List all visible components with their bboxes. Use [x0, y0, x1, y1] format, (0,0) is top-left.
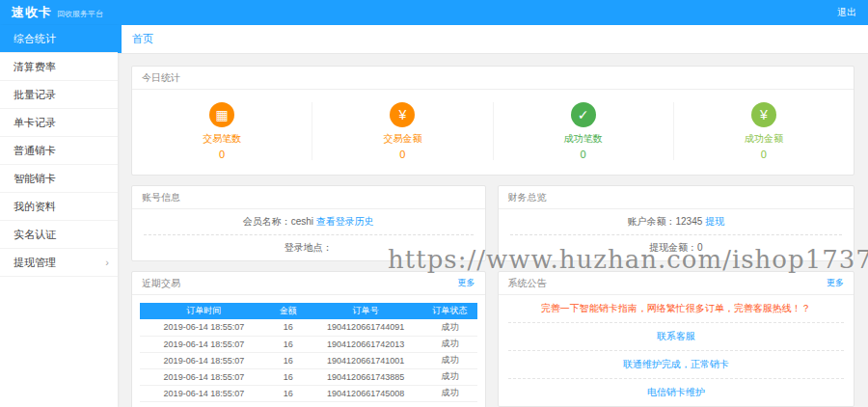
stat-value: 0 [132, 149, 312, 160]
sidebar: 综合统计 清算费率 批量记录 单卡记录 普通销卡 智能销卡 我的资料 实名认证 … [0, 25, 118, 407]
sidebar-item-normal-sale[interactable]: 普通销卡 [0, 137, 118, 165]
list-item[interactable]: 联系客服 [508, 323, 845, 351]
announcements-card: 系统公告 更多 完善一下智能销卡指南，网络繁忙很多订单，完善客服热线！？ 联系客… [498, 271, 855, 407]
yuan-icon: ¥ [390, 102, 415, 127]
sidebar-item-realname[interactable]: 实名认证 [0, 221, 118, 249]
transactions-header: 近期交易 更多 [132, 272, 485, 295]
cell-time: 2019-06-14 18:55:07 [140, 352, 268, 368]
account-info-card: 账号信息 会员名称：ceshi 查看登录历史 登录地点： [131, 185, 486, 261]
card-title: 财务总览 [508, 191, 547, 204]
chevron-right-icon: › [105, 249, 109, 277]
info-row: 账号信息 会员名称：ceshi 查看登录历史 登录地点： 财务总览 [131, 185, 854, 261]
sidebar-item-smart-sale[interactable]: 智能销卡 [0, 165, 118, 193]
sidebar-item-withdraw[interactable]: 提现管理 › [0, 249, 118, 277]
account-info-header: 账号信息 [132, 186, 485, 209]
stat-label: 交易笔数 [132, 132, 312, 146]
stat-label: 交易金额 [312, 132, 492, 146]
bottom-row: 近期交易 更多 订单时间 金额 订单号 订单状态 [131, 271, 854, 407]
tab-home[interactable]: 首页 [132, 32, 153, 46]
brand-subtitle: 回收服务平台 [57, 9, 103, 19]
cell-time: 2019-06-14 18:55:07 [140, 319, 268, 336]
cell-amount: 16 [268, 368, 309, 385]
col-order-no: 订单号 [309, 303, 423, 319]
today-stats-body: ▦ 交易笔数 0 ¥ 交易金额 0 ✓ 成功笔数 0 [132, 90, 854, 175]
list-item[interactable]: 电信销卡维护 [508, 379, 845, 406]
sidebar-item-batch-records[interactable]: 批量记录 [0, 81, 118, 109]
table-row[interactable]: 2019-06-14 18:55:07 16 1904120661745008 … [140, 385, 477, 401]
cell-status: 成功 [423, 319, 477, 336]
tab-bar: 首页 [118, 25, 868, 54]
col-amount: 金额 [268, 303, 309, 319]
cell-amount: 16 [268, 385, 309, 401]
grid-icon: ▦ [209, 102, 234, 127]
finance-header: 财务总览 [499, 186, 854, 209]
tab-active-indicator [118, 25, 122, 53]
cell-amount: 16 [268, 352, 309, 368]
stat-value: 0 [674, 149, 854, 160]
list-item[interactable]: 联通维护完成，正常销卡 [508, 351, 845, 379]
table-row[interactable]: 2019-06-14 18:55:07 16 1904120661744091 … [140, 319, 477, 336]
sidebar-item-profile[interactable]: 我的资料 [0, 193, 118, 221]
transactions-more-link[interactable]: 更多 [458, 277, 475, 289]
card-title: 账号信息 [142, 191, 180, 204]
sidebar-item-label: 普通销卡 [14, 145, 56, 156]
main-area: 首页 今日统计 ▦ 交易笔数 0 ¥ 交易金额 0 [118, 25, 868, 407]
stat-success-amount: ¥ 成功金额 0 [674, 102, 854, 160]
recent-transactions-card: 近期交易 更多 订单时间 金额 订单号 订单状态 [131, 271, 486, 407]
cell-order-no: 1904120661741001 [309, 352, 423, 368]
check-icon: ✓ [571, 102, 596, 127]
table-row[interactable]: 2019-06-14 18:55:07 16 1904120661743885 … [140, 368, 477, 385]
cell-time: 2019-06-14 18:55:07 [140, 336, 268, 352]
dashboard-content: 今日统计 ▦ 交易笔数 0 ¥ 交易金额 0 ✓ 成功笔数 [118, 54, 868, 407]
list-item[interactable]: 完善一下智能销卡指南，网络繁忙很多订单，完善客服热线！？ [508, 295, 845, 323]
stat-trade-count: ▦ 交易笔数 0 [132, 102, 312, 160]
withdraw-amount-line: 提现金额：0 [510, 235, 843, 260]
col-order-status: 订单状态 [423, 303, 477, 319]
cell-status: 成功 [423, 336, 477, 352]
stat-value: 0 [494, 149, 673, 160]
finance-body: 账户余额：12345 提现 提现金额：0 [499, 209, 854, 260]
logout-button[interactable]: 退出 [837, 6, 856, 19]
withdraw-link[interactable]: 提现 [705, 216, 724, 227]
stat-label: 成功笔数 [494, 132, 673, 146]
main-layout: 综合统计 清算费率 批量记录 单卡记录 普通销卡 智能销卡 我的资料 实名认证 … [0, 25, 868, 407]
stat-success-count: ✓ 成功笔数 0 [494, 102, 674, 160]
table-row[interactable]: 2019-06-14 18:55:07 16 1904120661741001 … [140, 352, 477, 368]
brand-title: 速收卡 [12, 4, 52, 21]
announcements-list: 完善一下智能销卡指南，网络繁忙很多订单，完善客服热线！？ 联系客服 联通维护完成… [499, 295, 854, 406]
sidebar-item-rates[interactable]: 清算费率 [0, 53, 118, 81]
sidebar-item-label: 单卡记录 [14, 117, 56, 128]
cell-order-no: 1904120661742013 [309, 336, 423, 352]
card-title: 近期交易 [142, 277, 180, 290]
account-info-body: 会员名称：ceshi 查看登录历史 登录地点： [132, 209, 485, 260]
member-name-line: 会员名称：ceshi 查看登录历史 [144, 209, 474, 235]
today-stats-card: 今日统计 ▦ 交易笔数 0 ¥ 交易金额 0 ✓ 成功笔数 [131, 66, 854, 176]
table-row[interactable]: 2019-06-14 18:55:07 16 1904120661742013 … [140, 336, 477, 352]
yuan-icon: ¥ [751, 102, 776, 127]
stat-trade-amount: ¥ 交易金额 0 [312, 102, 493, 160]
sidebar-item-stats[interactable]: 综合统计 [0, 25, 118, 53]
stat-value: 0 [312, 149, 492, 160]
sidebar-item-card-records[interactable]: 单卡记录 [0, 109, 118, 137]
cell-status: 成功 [423, 368, 477, 385]
cell-amount: 16 [268, 336, 309, 352]
announcements-more-link[interactable]: 更多 [827, 277, 844, 289]
stat-label: 成功金额 [674, 132, 854, 146]
col-order-time: 订单时间 [140, 303, 268, 319]
login-location-line: 登录地点： [144, 235, 474, 260]
card-title: 系统公告 [508, 277, 547, 290]
cell-order-no: 1904120661743885 [309, 368, 423, 385]
cell-amount: 16 [268, 319, 309, 336]
sidebar-item-label: 智能销卡 [14, 173, 56, 184]
finance-card: 财务总览 账户余额：12345 提现 提现金额：0 [498, 185, 855, 261]
today-stats-header: 今日统计 [132, 67, 854, 90]
cell-order-no: 1904120661745008 [309, 385, 423, 401]
cell-time: 2019-06-14 18:55:07 [140, 385, 268, 401]
announcements-header: 系统公告 更多 [499, 272, 854, 295]
sidebar-item-label: 提现管理 [14, 257, 56, 268]
cell-time: 2019-06-14 18:55:07 [140, 368, 268, 385]
sidebar-item-label: 实名认证 [14, 229, 56, 240]
balance-line: 账户余额：12345 提现 [510, 209, 843, 235]
login-history-link[interactable]: 查看登录历史 [316, 216, 374, 227]
member-name-label: 会员名称：ceshi [243, 216, 313, 227]
